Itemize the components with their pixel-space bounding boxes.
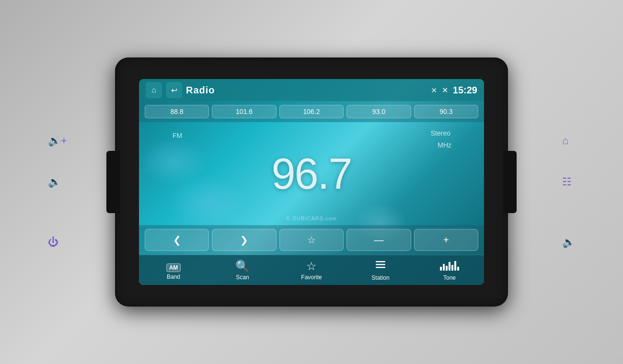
nav-favorite[interactable]: ☆ Favorite — [277, 255, 346, 285]
nav-band[interactable]: AM Band — [139, 255, 208, 285]
top-bar-left: ⌂ ↩ Radio — [146, 82, 215, 98]
presets-bar: 88.8 101.6 106.2 93.0 90.3 — [139, 101, 484, 122]
band-label: FM — [173, 132, 182, 139]
power-button[interactable]: ⏻ — [48, 236, 67, 249]
bluetooth-icon: ⨯ — [431, 86, 437, 95]
stereo-label: Stereo — [431, 129, 450, 137]
station-icon — [375, 260, 386, 273]
home-button[interactable]: ⌂ — [146, 82, 162, 98]
station-label: Station — [371, 274, 389, 281]
preset-5[interactable]: 90.3 — [414, 105, 478, 118]
back-button[interactable]: ↩ — [166, 82, 182, 98]
preset-4[interactable]: 93.0 — [346, 105, 411, 118]
bottom-nav-bar: AM Band 🔍 Scan ☆ Favorite — [139, 255, 484, 285]
volume-up-button[interactable]: 🔊+ — [48, 135, 67, 147]
svg-rect-2 — [376, 267, 385, 268]
next-button[interactable]: ❯ — [212, 229, 276, 251]
band-label-nav: Band — [167, 273, 180, 280]
mhz-label: MHz — [438, 141, 451, 149]
preset-2[interactable]: 101.6 — [212, 105, 276, 118]
physical-left-controls: 🔊+ 🔉 ⏻ — [48, 135, 67, 229]
main-display-area: FM Stereo MHz 96.7 © DUBICARS.com — [139, 122, 484, 225]
physical-right-controls: ⌂ ☷ 🔈 — [562, 135, 575, 229]
prev-button[interactable]: ❮ — [145, 229, 209, 251]
watermark: © DUBICARS.com — [286, 216, 337, 221]
infotainment-screen: ⌂ ↩ Radio ⨯ ✕ 15:29 88.8 101.6 106.2 93 — [139, 79, 484, 285]
car-dashboard: 🔊+ 🔉 ⏻ ⌂ ☷ 🔈 ⌂ ↩ Radio — [0, 0, 623, 364]
svg-rect-0 — [376, 261, 385, 262]
clock-display: 15:29 — [453, 85, 477, 96]
preset-1[interactable]: 88.8 — [145, 105, 209, 118]
ear-left — [106, 151, 120, 213]
frequency-display: 96.7 — [271, 152, 351, 195]
preset-3[interactable]: 106.2 — [279, 105, 344, 118]
scan-label: Scan — [236, 274, 249, 281]
favorite-label: Favorite — [301, 274, 322, 281]
head-unit: ⌂ ↩ Radio ⨯ ✕ 15:29 88.8 101.6 106.2 93 — [115, 57, 508, 307]
grid-physical-button[interactable]: ☷ — [562, 176, 575, 188]
top-bar-right: ⨯ ✕ 15:29 — [431, 85, 477, 96]
freq-up-button[interactable]: + — [414, 229, 478, 251]
nav-tone[interactable]: Tone — [415, 255, 484, 285]
close-button[interactable]: ✕ — [442, 86, 448, 95]
screen-content: ⌂ ↩ Radio ⨯ ✕ 15:29 88.8 101.6 106.2 93 — [139, 79, 484, 285]
svg-rect-1 — [376, 264, 385, 265]
nav-station[interactable]: Station — [346, 255, 415, 285]
scan-icon: 🔍 — [235, 261, 250, 272]
home-physical-button[interactable]: ⌂ — [562, 135, 575, 147]
favorite-toggle-button[interactable]: ☆ — [279, 229, 344, 251]
tone-icon — [440, 260, 459, 273]
volume-down-button[interactable]: 🔉 — [48, 176, 67, 188]
playback-controls: ❮ ❯ ☆ — + — [139, 225, 484, 255]
ear-right — [503, 151, 517, 213]
app-title: Radio — [186, 85, 215, 96]
tone-label: Tone — [443, 274, 456, 281]
favorite-icon: ☆ — [306, 261, 317, 272]
nav-scan[interactable]: 🔍 Scan — [208, 255, 277, 285]
band-icon: AM — [166, 261, 181, 272]
top-bar: ⌂ ↩ Radio ⨯ ✕ 15:29 — [139, 79, 484, 101]
freq-down-button[interactable]: — — [346, 229, 411, 251]
mute-physical-button[interactable]: 🔈 — [562, 236, 575, 249]
